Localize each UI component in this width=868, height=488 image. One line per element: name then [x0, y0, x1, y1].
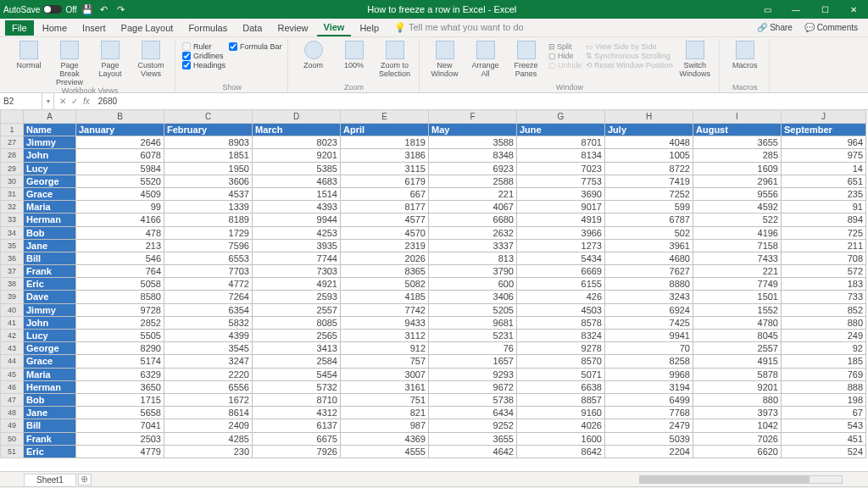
- tab-view[interactable]: View: [317, 19, 352, 36]
- zoom-selection-button[interactable]: Zoom to Selection: [376, 39, 414, 78]
- data-cell[interactable]: 3973: [693, 407, 782, 419]
- horizontal-scrollbar[interactable]: [639, 475, 843, 484]
- data-cell[interactable]: 4312: [253, 407, 341, 419]
- data-cell[interactable]: 4680: [605, 252, 693, 265]
- data-cell[interactable]: 7425: [605, 317, 693, 330]
- row-header[interactable]: 51: [0, 446, 24, 458]
- name-cell[interactable]: Maria: [24, 369, 76, 381]
- data-cell[interactable]: 4592: [693, 201, 782, 214]
- minimize-icon[interactable]: —: [785, 0, 807, 19]
- data-cell[interactable]: 451: [782, 433, 866, 446]
- spreadsheet-grid[interactable]: A B C D E F G H I J 1NameJanuaryFebruary…: [0, 110, 868, 471]
- data-cell[interactable]: 8614: [164, 407, 253, 419]
- data-cell[interactable]: 5520: [76, 175, 164, 188]
- data-cell[interactable]: 9201: [253, 149, 341, 162]
- headings-check[interactable]: Headings: [182, 61, 225, 69]
- autosave-toggle[interactable]: AutoSave Off: [3, 5, 77, 14]
- page-break-preview-button[interactable]: Page Break Preview: [51, 39, 88, 86]
- data-cell[interactable]: 4537: [164, 188, 253, 201]
- save-icon[interactable]: 💾: [81, 3, 94, 16]
- data-cell[interactable]: 2565: [253, 330, 341, 342]
- data-cell[interactable]: 3655: [429, 433, 517, 446]
- row-header[interactable]: 30: [0, 175, 24, 188]
- data-cell[interactable]: 9941: [605, 330, 693, 342]
- data-cell[interactable]: 813: [429, 252, 517, 265]
- data-cell[interactable]: 8134: [517, 149, 605, 162]
- data-cell[interactable]: 4919: [517, 214, 605, 226]
- name-cell[interactable]: Grace: [24, 355, 76, 368]
- data-cell[interactable]: 9433: [341, 317, 429, 330]
- data-cell[interactable]: 8365: [341, 265, 429, 278]
- data-cell[interactable]: 5878: [693, 369, 782, 381]
- name-cell[interactable]: Bob: [24, 227, 76, 240]
- data-cell[interactable]: 1657: [429, 355, 517, 368]
- tab-review[interactable]: Review: [270, 20, 314, 36]
- arrange-all-button[interactable]: Arrange All: [467, 39, 504, 78]
- data-cell[interactable]: 4503: [517, 304, 605, 317]
- data-cell[interactable]: 4399: [164, 330, 253, 342]
- data-cell[interactable]: 7419: [605, 175, 693, 188]
- data-cell[interactable]: 2852: [76, 317, 164, 330]
- data-cell[interactable]: 8578: [517, 317, 605, 330]
- name-cell[interactable]: Bob: [24, 394, 76, 407]
- hide-button[interactable]: ▢ Hide: [548, 52, 582, 60]
- header-cell[interactable]: July: [605, 124, 693, 136]
- data-cell[interactable]: 6434: [429, 407, 517, 419]
- name-cell[interactable]: Herman: [24, 214, 76, 226]
- name-cell[interactable]: Maria: [24, 201, 76, 214]
- row-header[interactable]: 50: [0, 433, 24, 446]
- row-header[interactable]: 35: [0, 240, 24, 252]
- data-cell[interactable]: 185: [782, 355, 866, 368]
- data-cell[interactable]: 5658: [76, 407, 164, 419]
- name-cell[interactable]: Lucy: [24, 163, 76, 175]
- data-cell[interactable]: 912: [341, 342, 429, 355]
- data-cell[interactable]: 5071: [517, 369, 605, 381]
- header-cell[interactable]: January: [76, 124, 164, 136]
- data-cell[interactable]: 8324: [517, 330, 605, 342]
- data-cell[interactable]: 4570: [341, 227, 429, 240]
- data-cell[interactable]: 9672: [429, 381, 517, 394]
- data-cell[interactable]: 3247: [164, 355, 253, 368]
- row-header[interactable]: 47: [0, 394, 24, 407]
- data-cell[interactable]: 4772: [164, 278, 253, 291]
- data-cell[interactable]: 5174: [76, 355, 164, 368]
- data-cell[interactable]: 198: [782, 394, 866, 407]
- col-header[interactable]: H: [605, 110, 693, 124]
- zoom-button[interactable]: Zoom: [295, 39, 332, 69]
- data-cell[interactable]: 3655: [693, 136, 782, 149]
- row-header[interactable]: 44: [0, 355, 24, 368]
- data-cell[interactable]: 6680: [429, 214, 517, 226]
- data-cell[interactable]: 91: [782, 201, 866, 214]
- row-header[interactable]: 33: [0, 214, 24, 226]
- data-cell[interactable]: 6078: [76, 149, 164, 162]
- col-header[interactable]: D: [253, 110, 341, 124]
- data-cell[interactable]: 2503: [76, 433, 164, 446]
- name-cell[interactable]: Bill: [24, 419, 76, 432]
- data-cell[interactable]: 478: [76, 227, 164, 240]
- name-cell[interactable]: John: [24, 149, 76, 162]
- data-cell[interactable]: 524: [782, 446, 866, 458]
- data-cell[interactable]: 888: [782, 381, 866, 394]
- data-cell[interactable]: 5434: [517, 252, 605, 265]
- row-header[interactable]: 42: [0, 330, 24, 342]
- tab-home[interactable]: Home: [36, 20, 74, 36]
- data-cell[interactable]: 821: [341, 407, 429, 419]
- data-cell[interactable]: 2220: [164, 369, 253, 381]
- data-cell[interactable]: 9293: [429, 369, 517, 381]
- data-cell[interactable]: 213: [76, 240, 164, 252]
- header-cell[interactable]: March: [253, 124, 341, 136]
- enter-formula-icon[interactable]: ✓: [71, 97, 78, 106]
- row-header[interactable]: 29: [0, 163, 24, 175]
- ribbon-options-icon[interactable]: ▭: [756, 0, 778, 19]
- header-cell[interactable]: May: [429, 124, 517, 136]
- col-header[interactable]: B: [76, 110, 164, 124]
- row-header[interactable]: 32: [0, 201, 24, 214]
- data-cell[interactable]: 651: [782, 175, 866, 188]
- page-layout-button[interactable]: Page Layout: [92, 39, 129, 78]
- data-cell[interactable]: 4683: [253, 175, 341, 188]
- data-cell[interactable]: 733: [782, 291, 866, 303]
- name-cell[interactable]: John: [24, 317, 76, 330]
- row-header[interactable]: 43: [0, 342, 24, 355]
- data-cell[interactable]: 9017: [517, 201, 605, 214]
- data-cell[interactable]: 7433: [693, 252, 782, 265]
